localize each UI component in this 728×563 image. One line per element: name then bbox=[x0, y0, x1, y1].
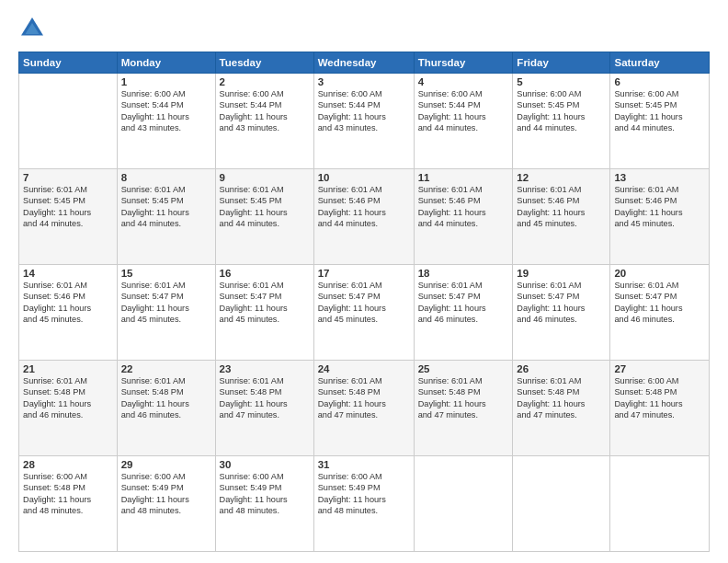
weekday-header-wednesday: Wednesday bbox=[313, 52, 414, 74]
day-info: Sunrise: 6:00 AM Sunset: 5:44 PM Dayligh… bbox=[121, 88, 211, 134]
calendar-header-row: SundayMondayTuesdayWednesdayThursdayFrid… bbox=[19, 52, 710, 74]
calendar-cell: 17Sunrise: 6:01 AM Sunset: 5:47 PM Dayli… bbox=[313, 265, 414, 361]
day-info: Sunrise: 6:00 AM Sunset: 5:48 PM Dayligh… bbox=[614, 375, 705, 421]
day-number: 27 bbox=[614, 363, 705, 374]
page: SundayMondayTuesdayWednesdayThursdayFrid… bbox=[0, 0, 728, 563]
day-info: Sunrise: 6:01 AM Sunset: 5:45 PM Dayligh… bbox=[121, 184, 211, 230]
calendar-cell: 5Sunrise: 6:00 AM Sunset: 5:45 PM Daylig… bbox=[513, 74, 610, 169]
calendar-cell: 22Sunrise: 6:01 AM Sunset: 5:48 PM Dayli… bbox=[117, 361, 215, 456]
calendar-cell: 7Sunrise: 6:01 AM Sunset: 5:45 PM Daylig… bbox=[19, 169, 118, 265]
day-number: 6 bbox=[614, 76, 705, 87]
day-number: 9 bbox=[220, 172, 310, 183]
calendar-cell: 2Sunrise: 6:00 AM Sunset: 5:44 PM Daylig… bbox=[215, 74, 313, 169]
day-info: Sunrise: 6:01 AM Sunset: 5:48 PM Dayligh… bbox=[121, 375, 211, 421]
calendar-cell: 10Sunrise: 6:01 AM Sunset: 5:46 PM Dayli… bbox=[313, 169, 414, 265]
day-info: Sunrise: 6:01 AM Sunset: 5:46 PM Dayligh… bbox=[418, 184, 509, 230]
day-number: 25 bbox=[418, 363, 509, 374]
day-info: Sunrise: 6:00 AM Sunset: 5:49 PM Dayligh… bbox=[220, 471, 310, 517]
day-info: Sunrise: 6:01 AM Sunset: 5:47 PM Dayligh… bbox=[418, 280, 509, 326]
calendar-cell: 15Sunrise: 6:01 AM Sunset: 5:47 PM Dayli… bbox=[117, 265, 215, 361]
day-info: Sunrise: 6:00 AM Sunset: 5:44 PM Dayligh… bbox=[418, 88, 509, 134]
day-number: 17 bbox=[318, 268, 410, 279]
calendar-cell: 1Sunrise: 6:00 AM Sunset: 5:44 PM Daylig… bbox=[117, 74, 215, 169]
calendar-cell: 27Sunrise: 6:00 AM Sunset: 5:48 PM Dayli… bbox=[610, 361, 710, 456]
day-info: Sunrise: 6:01 AM Sunset: 5:46 PM Dayligh… bbox=[517, 184, 606, 230]
day-info: Sunrise: 6:01 AM Sunset: 5:45 PM Dayligh… bbox=[220, 184, 310, 230]
calendar-cell: 29Sunrise: 6:00 AM Sunset: 5:49 PM Dayli… bbox=[117, 456, 215, 552]
day-info: Sunrise: 6:00 AM Sunset: 5:49 PM Dayligh… bbox=[121, 471, 211, 517]
day-number: 12 bbox=[517, 172, 606, 183]
calendar-week-4: 21Sunrise: 6:01 AM Sunset: 5:48 PM Dayli… bbox=[19, 361, 710, 456]
calendar-week-1: 1Sunrise: 6:00 AM Sunset: 5:44 PM Daylig… bbox=[19, 74, 710, 169]
calendar-cell: 31Sunrise: 6:00 AM Sunset: 5:49 PM Dayli… bbox=[313, 456, 414, 552]
calendar-cell: 4Sunrise: 6:00 AM Sunset: 5:44 PM Daylig… bbox=[414, 74, 513, 169]
calendar-cell: 16Sunrise: 6:01 AM Sunset: 5:47 PM Dayli… bbox=[215, 265, 313, 361]
calendar-cell: 3Sunrise: 6:00 AM Sunset: 5:44 PM Daylig… bbox=[313, 74, 414, 169]
day-info: Sunrise: 6:01 AM Sunset: 5:46 PM Dayligh… bbox=[614, 184, 705, 230]
day-number: 7 bbox=[23, 172, 113, 183]
calendar-cell: 9Sunrise: 6:01 AM Sunset: 5:45 PM Daylig… bbox=[215, 169, 313, 265]
calendar-cell: 13Sunrise: 6:01 AM Sunset: 5:46 PM Dayli… bbox=[610, 169, 710, 265]
day-number: 8 bbox=[121, 172, 211, 183]
weekday-header-sunday: Sunday bbox=[19, 52, 118, 74]
day-info: Sunrise: 6:01 AM Sunset: 5:45 PM Dayligh… bbox=[23, 184, 113, 230]
day-info: Sunrise: 6:01 AM Sunset: 5:47 PM Dayligh… bbox=[614, 280, 705, 326]
day-number: 15 bbox=[121, 268, 211, 279]
day-info: Sunrise: 6:01 AM Sunset: 5:47 PM Dayligh… bbox=[121, 280, 211, 326]
logo-icon bbox=[18, 15, 46, 42]
day-number: 18 bbox=[418, 268, 509, 279]
day-number: 3 bbox=[318, 76, 410, 87]
calendar-cell: 20Sunrise: 6:01 AM Sunset: 5:47 PM Dayli… bbox=[610, 265, 710, 361]
day-number: 14 bbox=[23, 268, 113, 279]
calendar-cell: 21Sunrise: 6:01 AM Sunset: 5:48 PM Dayli… bbox=[19, 361, 118, 456]
day-info: Sunrise: 6:01 AM Sunset: 5:47 PM Dayligh… bbox=[517, 280, 606, 326]
weekday-header-tuesday: Tuesday bbox=[215, 52, 313, 74]
calendar-cell: 28Sunrise: 6:00 AM Sunset: 5:48 PM Dayli… bbox=[19, 456, 118, 552]
day-info: Sunrise: 6:00 AM Sunset: 5:44 PM Dayligh… bbox=[220, 88, 310, 134]
day-number: 28 bbox=[23, 459, 113, 470]
day-info: Sunrise: 6:01 AM Sunset: 5:48 PM Dayligh… bbox=[220, 375, 310, 421]
calendar-cell: 6Sunrise: 6:00 AM Sunset: 5:45 PM Daylig… bbox=[610, 74, 710, 169]
day-info: Sunrise: 6:00 AM Sunset: 5:49 PM Dayligh… bbox=[318, 471, 410, 517]
day-number: 22 bbox=[121, 363, 211, 374]
calendar-cell bbox=[513, 456, 610, 552]
day-number: 13 bbox=[614, 172, 705, 183]
day-number: 11 bbox=[418, 172, 509, 183]
day-info: Sunrise: 6:01 AM Sunset: 5:47 PM Dayligh… bbox=[220, 280, 310, 326]
calendar-cell: 12Sunrise: 6:01 AM Sunset: 5:46 PM Dayli… bbox=[513, 169, 610, 265]
day-number: 4 bbox=[418, 76, 509, 87]
calendar-cell: 14Sunrise: 6:01 AM Sunset: 5:46 PM Dayli… bbox=[19, 265, 118, 361]
day-number: 21 bbox=[23, 363, 113, 374]
calendar-cell: 18Sunrise: 6:01 AM Sunset: 5:47 PM Dayli… bbox=[414, 265, 513, 361]
day-info: Sunrise: 6:01 AM Sunset: 5:48 PM Dayligh… bbox=[517, 375, 606, 421]
day-number: 1 bbox=[121, 76, 211, 87]
calendar-cell bbox=[414, 456, 513, 552]
logo bbox=[18, 15, 50, 42]
calendar-cell: 30Sunrise: 6:00 AM Sunset: 5:49 PM Dayli… bbox=[215, 456, 313, 552]
day-info: Sunrise: 6:00 AM Sunset: 5:45 PM Dayligh… bbox=[614, 88, 705, 134]
calendar-week-3: 14Sunrise: 6:01 AM Sunset: 5:46 PM Dayli… bbox=[19, 265, 710, 361]
day-number: 30 bbox=[220, 459, 310, 470]
day-info: Sunrise: 6:01 AM Sunset: 5:47 PM Dayligh… bbox=[318, 280, 410, 326]
header bbox=[18, 15, 710, 42]
day-number: 2 bbox=[220, 76, 310, 87]
calendar-cell: 19Sunrise: 6:01 AM Sunset: 5:47 PM Dayli… bbox=[513, 265, 610, 361]
day-number: 19 bbox=[517, 268, 606, 279]
calendar-cell: 23Sunrise: 6:01 AM Sunset: 5:48 PM Dayli… bbox=[215, 361, 313, 456]
day-info: Sunrise: 6:00 AM Sunset: 5:45 PM Dayligh… bbox=[517, 88, 606, 134]
day-number: 26 bbox=[517, 363, 606, 374]
calendar-cell: 24Sunrise: 6:01 AM Sunset: 5:48 PM Dayli… bbox=[313, 361, 414, 456]
day-info: Sunrise: 6:01 AM Sunset: 5:46 PM Dayligh… bbox=[23, 280, 113, 326]
calendar-week-2: 7Sunrise: 6:01 AM Sunset: 5:45 PM Daylig… bbox=[19, 169, 710, 265]
day-info: Sunrise: 6:01 AM Sunset: 5:48 PM Dayligh… bbox=[418, 375, 509, 421]
calendar-cell bbox=[19, 74, 118, 169]
day-info: Sunrise: 6:00 AM Sunset: 5:44 PM Dayligh… bbox=[318, 88, 410, 134]
day-number: 29 bbox=[121, 459, 211, 470]
day-number: 20 bbox=[614, 268, 705, 279]
day-number: 23 bbox=[220, 363, 310, 374]
weekday-header-thursday: Thursday bbox=[414, 52, 513, 74]
day-number: 5 bbox=[517, 76, 606, 87]
calendar-cell: 26Sunrise: 6:01 AM Sunset: 5:48 PM Dayli… bbox=[513, 361, 610, 456]
weekday-header-friday: Friday bbox=[513, 52, 610, 74]
calendar-week-5: 28Sunrise: 6:00 AM Sunset: 5:48 PM Dayli… bbox=[19, 456, 710, 552]
